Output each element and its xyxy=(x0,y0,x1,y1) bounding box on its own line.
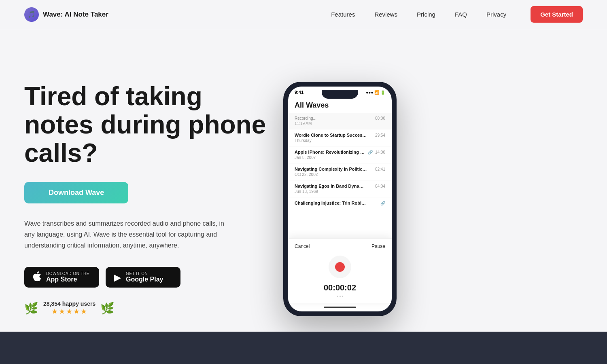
link-icon-2: 🔗 xyxy=(368,150,373,154)
wave-item-date-2: Jan 8, 2007 xyxy=(295,155,385,160)
app-store-text: Download on the App Store xyxy=(46,271,89,283)
app-store-small-text: Download on the xyxy=(46,271,89,276)
app-store-badge[interactable]: Download on the App Store xyxy=(24,267,99,288)
phone-home-indicator xyxy=(288,303,392,311)
wave-item-date-1: Thursday xyxy=(295,138,385,143)
record-waveform xyxy=(295,296,385,297)
wave-item-time-2: 14:00 xyxy=(375,150,385,154)
wave-item-date-4: Jun 13, 1969 xyxy=(295,189,385,194)
download-wave-button[interactable]: Download Wave xyxy=(24,182,128,203)
nav-logo-text: Wave: AI Note Taker xyxy=(43,11,108,19)
wave-item-date-3: Oct 22, 2002 xyxy=(295,172,385,177)
record-stop-icon xyxy=(335,262,345,272)
nav-link-pricing[interactable]: Pricing xyxy=(417,11,435,18)
hero-description: Wave transcribes and summarizes recorded… xyxy=(24,218,235,251)
hero-title: Tired of taking notes during phone calls… xyxy=(24,82,267,167)
nav-link-reviews[interactable]: Reviews xyxy=(374,11,397,18)
happy-users-count: 28,854 happy users xyxy=(43,301,96,307)
google-play-icon: ▶ xyxy=(114,273,121,282)
phone-mockup: 9:41 ●●● 📶 🔋 All Waves Recording... 00:0… xyxy=(283,82,397,316)
wave-item-title-4: Navigating Egos in Band Dynamics xyxy=(295,184,367,188)
cancel-button[interactable]: Cancel xyxy=(295,243,310,249)
phone-notch xyxy=(322,90,358,99)
record-stop-button[interactable] xyxy=(329,256,351,278)
wave-item-time-3: 02:41 xyxy=(375,167,385,171)
nav-logo[interactable]: 🎵 Wave: AI Note Taker xyxy=(24,7,108,22)
navbar: 🎵 Wave: AI Note Taker Features Reviews P… xyxy=(0,0,607,29)
recording-controls: Cancel Pause xyxy=(295,243,385,249)
wave-item-date-0: 11:19 AM xyxy=(295,121,385,126)
wave-item-title-5: Challenging Injustice: Trin Robinson's T… xyxy=(295,201,367,205)
footer-bar xyxy=(0,332,607,364)
wave-item-4[interactable]: Navigating Egos in Band Dynamics 04:04 J… xyxy=(288,180,392,197)
wave-item-title-1: Wordle Clone to Startup Success Story xyxy=(295,133,367,138)
laurel-left-icon: 🌿 xyxy=(24,302,38,315)
google-play-badge[interactable]: ▶ GET IT ON Google Play xyxy=(106,267,180,288)
nav-link-features[interactable]: Features xyxy=(331,11,355,18)
recording-sheet: Cancel Pause 00:00:02 xyxy=(288,238,392,303)
record-timer: 00:00:02 xyxy=(295,283,385,292)
home-bar xyxy=(324,307,356,308)
nav-links: Features Reviews Pricing FAQ Privacy xyxy=(331,11,506,18)
star-rating: ★★★★★ xyxy=(51,307,88,316)
recording-label: Recording... xyxy=(295,116,316,121)
wave-item-recording[interactable]: Recording... 00:00 11:19 AM xyxy=(288,113,392,129)
google-play-large-text: Google Play xyxy=(126,276,163,283)
wave-item-3[interactable]: Navigating Complexity in Political Leade… xyxy=(288,163,392,180)
nav-link-privacy[interactable]: Privacy xyxy=(486,11,506,18)
record-btn-container xyxy=(295,256,385,278)
link-icon-5: 🔗 xyxy=(380,201,385,205)
hero-section: Tired of taking notes during phone calls… xyxy=(0,29,607,361)
wave-item-1[interactable]: Wordle Clone to Startup Success Story 29… xyxy=(288,129,392,146)
wave-item-time-0: 00:00 xyxy=(375,116,385,121)
pause-button[interactable]: Pause xyxy=(371,243,385,249)
wave-item-5[interactable]: Challenging Injustice: Trin Robinson's T… xyxy=(288,197,392,209)
phone-frame: 9:41 ●●● 📶 🔋 All Waves Recording... 00:0… xyxy=(283,82,397,316)
wave-item-title-3: Navigating Complexity in Political Leade… xyxy=(295,167,367,171)
apple-icon xyxy=(32,271,41,284)
phone-section-title: All Waves xyxy=(288,96,392,113)
phone-screen: 9:41 ●●● 📶 🔋 All Waves Recording... 00:0… xyxy=(288,87,392,311)
wave-item-2[interactable]: Apple iPhone: Revolutionizing Mobile Tec… xyxy=(288,146,392,163)
wave-logo-icon: 🎵 xyxy=(24,7,39,22)
hero-content: Tired of taking notes during phone calls… xyxy=(24,82,267,316)
store-badges: Download on the App Store ▶ GET IT ON Go… xyxy=(24,267,267,288)
happy-users-info: 28,854 happy users ★★★★★ xyxy=(43,301,96,316)
wave-item-title-2: Apple iPhone: Revolutionizing Mobile Tec… xyxy=(295,150,367,154)
waveform-dot-1 xyxy=(337,296,338,297)
wave-item-time-1: 29:54 xyxy=(375,133,385,138)
app-store-large-text: App Store xyxy=(46,276,89,283)
nav-link-faq[interactable]: FAQ xyxy=(455,11,467,18)
get-started-button[interactable]: Get Started xyxy=(531,6,583,23)
google-play-text: GET IT ON Google Play xyxy=(126,271,163,283)
laurel-right-icon: 🌿 xyxy=(100,302,115,315)
waveform-dot-2 xyxy=(340,296,341,297)
phone-time: 9:41 xyxy=(295,90,304,95)
waveform-dot-3 xyxy=(342,296,343,297)
google-play-small-text: GET IT ON xyxy=(126,271,163,276)
wave-item-time-4: 04:04 xyxy=(375,184,385,188)
phone-status-icons: ●●● 📶 🔋 xyxy=(366,90,385,95)
happy-users: 🌿 28,854 happy users ★★★★★ 🌿 xyxy=(24,301,267,316)
phone-wave-list: All Waves Recording... 00:00 11:19 AM W xyxy=(288,96,392,238)
phone-content: All Waves Recording... 00:00 11:19 AM W xyxy=(288,96,392,311)
